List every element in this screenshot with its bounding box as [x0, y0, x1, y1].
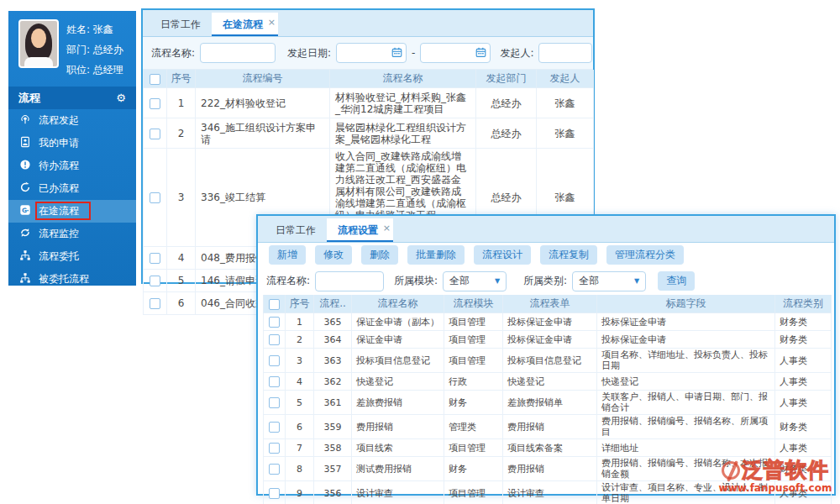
svg-text:G: G: [22, 207, 27, 214]
row-checkbox[interactable]: [269, 443, 280, 454]
user-name: 姓名: 张鑫: [66, 19, 123, 39]
process-name-label: 流程名称:: [151, 46, 195, 60]
tab-daily-work[interactable]: 日常工作: [265, 218, 327, 242]
row-checkbox[interactable]: [269, 317, 280, 328]
row-checkbox[interactable]: [150, 129, 160, 139]
sidebar-item-label: 我的申请: [39, 136, 79, 150]
in-progress-icon: G: [19, 204, 31, 218]
window-process-settings: 日常工作 流程设置 × 新增 修改 删除 批量删除 流程设计 流程复制 管理流程…: [256, 214, 836, 496]
delete-button[interactable]: 删除: [361, 245, 398, 265]
sidebar-item-label: 流程发起: [39, 113, 79, 128]
start-date-label: 发起日期:: [287, 46, 331, 60]
row-checkbox[interactable]: [269, 464, 280, 475]
module-select[interactable]: 全部 ▼: [443, 271, 507, 291]
annotation-red-box: [35, 202, 91, 220]
sidebar-item-label: 流程监控: [39, 227, 79, 241]
table-row[interactable]: 6 359 费用报销 管理类 费用报销 费用报销、报销编号、报销名称、所属项目 …: [264, 415, 832, 439]
calendar-icon: [391, 47, 402, 58]
sidebar: 姓名: 张鑫 部门: 总经办 职位: 总经理 流程 ⚙ 流程发起 我的申请 待办…: [8, 11, 136, 286]
sponsor-input[interactable]: [538, 43, 592, 63]
sidebar-item-process-delegate[interactable]: 流程委托: [8, 245, 136, 268]
user-position: 职位: 总经理: [66, 60, 123, 80]
select-all-checkbox[interactable]: [269, 299, 280, 310]
process-design-button[interactable]: 流程设计: [474, 245, 531, 265]
sidebar-item-process-monitor[interactable]: 流程监控: [8, 223, 136, 245]
table-row[interactable]: 1 222_材料验收登记 材料验收登记_材料采购_张鑫_华润12城房建工程项目 …: [144, 88, 594, 118]
row-checkbox[interactable]: [150, 298, 160, 309]
select-all-checkbox[interactable]: [150, 74, 160, 85]
sync-icon: [19, 227, 31, 241]
process-settings-table: 序号 流程.. 流程名称 流程模块 流程表单 标题字段 流程类别 1 365 保…: [263, 295, 832, 504]
exclamation-circle-icon: [19, 159, 31, 173]
table-row[interactable]: 9 356 设计审查 项目管理 设计审查 设计审查、项目名称、专业、设计人、制单…: [264, 481, 832, 504]
table-row[interactable]: 4 362 快递登记 行政 快递登记 快递登记 人事类: [264, 373, 832, 391]
row-checkbox[interactable]: [269, 422, 280, 433]
broadcast-icon: [19, 113, 31, 128]
row-checkbox[interactable]: [269, 488, 280, 499]
batch-delete-button[interactable]: 批量删除: [407, 245, 465, 265]
sidebar-item-process-start[interactable]: 流程发起: [8, 109, 136, 132]
row-checkbox[interactable]: [269, 355, 280, 366]
chevron-down-icon: ▼: [495, 277, 500, 285]
table-row[interactable]: 2 346_施工组织设计方案申请 晨铭园林绿化工程组织设计方案_晨铭园林绿化工程…: [144, 118, 594, 149]
sidebar-item-pending-processes[interactable]: 待办流程: [8, 155, 136, 177]
row-checkbox[interactable]: [150, 192, 160, 203]
tab-daily-work[interactable]: 日常工作: [150, 13, 212, 36]
calendar-icon: [475, 47, 486, 58]
manage-category-button[interactable]: 管理流程分类: [606, 245, 684, 265]
table-row[interactable]: 8 357 测试费用报销 财务 费用报销 费用报销、报销编号、报销名称、本次报销…: [264, 457, 832, 481]
user-profile: 姓名: 张鑫 部门: 总经办 职位: 总经理: [8, 11, 136, 87]
category-label: 所属类别:: [523, 274, 567, 288]
edit-button[interactable]: 修改: [315, 245, 352, 265]
tab-process-settings[interactable]: 流程设置 ×: [327, 218, 393, 242]
add-button[interactable]: 新增: [269, 245, 306, 265]
process-name-input[interactable]: [200, 43, 276, 63]
sidebar-item-completed-processes[interactable]: 已办流程: [8, 177, 136, 200]
date-range-separator: -: [412, 47, 415, 59]
process-copy-button[interactable]: 流程复制: [540, 245, 597, 265]
module-label: 所属模块:: [394, 274, 438, 288]
chevron-down-icon: ▼: [634, 277, 639, 285]
sidebar-item-delegated-processes[interactable]: 被委托流程: [8, 268, 136, 291]
row-checkbox[interactable]: [269, 397, 280, 408]
sitemap-icon: [19, 272, 31, 286]
id-badge-icon: [19, 136, 31, 150]
process-name-input[interactable]: [315, 271, 384, 291]
table-row[interactable]: 1 365 保证金申请（副本） 项目管理 投标保证金申请 投标保证金申请 财务类: [264, 313, 832, 331]
redo-icon: [19, 181, 31, 196]
sidebar-item-label: 流程委托: [39, 249, 79, 264]
table-row[interactable]: 5 361 差旅费报销 财务 差旅费报销单 关联客户、报销人、申请日期、部门、报…: [264, 391, 832, 415]
process-name-label: 流程名称:: [266, 274, 310, 288]
app-root: 姓名: 张鑫 部门: 总经办 职位: 总经理 流程 ⚙ 流程发起 我的申请 待办…: [0, 0, 840, 504]
sponsor-label: 发起人:: [500, 46, 533, 60]
row-checkbox[interactable]: [150, 276, 160, 286]
sidebar-item-my-applications[interactable]: 我的申请: [8, 132, 136, 155]
search-button[interactable]: 查询: [658, 271, 695, 291]
table-row[interactable]: 2 364 保证金申请 项目管理 投标保证金申请 投标保证金申请 财务类: [264, 331, 832, 349]
sidebar-item-label: 被委托流程: [39, 272, 89, 286]
gear-icon[interactable]: ⚙: [116, 92, 126, 104]
category-select[interactable]: 全部 ▼: [572, 271, 646, 291]
tab-in-transit[interactable]: 在途流程 ×: [212, 13, 278, 36]
sidebar-item-label: 已办流程: [39, 181, 79, 196]
row-checkbox[interactable]: [150, 253, 160, 264]
close-tab-icon[interactable]: ×: [268, 11, 276, 34]
row-checkbox[interactable]: [269, 376, 280, 387]
sidebar-item-label: 待办流程: [39, 159, 79, 173]
row-checkbox[interactable]: [269, 334, 280, 345]
table-row[interactable]: 7 358 项目线索 项目管理 项目线索备案 详细地址 人事类: [264, 439, 832, 457]
table-row[interactable]: 3 363 投标项目信息登记 项目管理 投标项目信息登记 项目名称、详细地址、投…: [264, 349, 832, 373]
row-checkbox[interactable]: [150, 98, 160, 109]
sidebar-section-title: 流程: [18, 91, 40, 106]
sitemap-icon: [19, 249, 31, 264]
user-department: 部门: 总经办: [66, 39, 123, 60]
user-photo: [18, 19, 59, 68]
close-tab-icon[interactable]: ×: [383, 217, 391, 240]
sidebar-item-in-transit-processes[interactable]: G 在途流程: [8, 200, 136, 223]
